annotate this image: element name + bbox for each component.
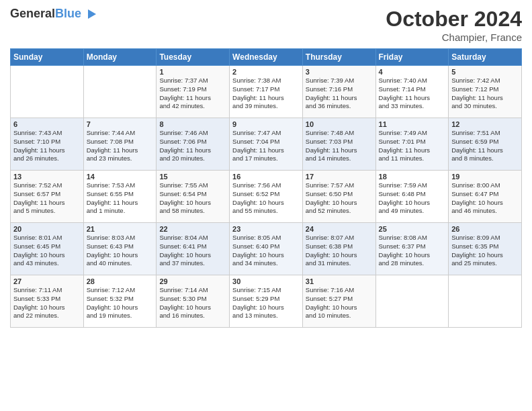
logo-icon (83, 7, 97, 21)
day-info: Sunrise: 8:09 AMSunset: 6:35 PMDaylight:… (451, 234, 519, 268)
calendar-table: SundayMondayTuesdayWednesdayThursdayFrid… (10, 48, 522, 328)
day-info: Sunrise: 7:47 AMSunset: 7:04 PMDaylight:… (232, 129, 300, 163)
day-number: 6 (13, 120, 81, 128)
day-info: Sunrise: 7:14 AMSunset: 5:30 PMDaylight:… (159, 286, 226, 320)
day-info: Sunrise: 7:59 AMSunset: 6:48 PMDaylight:… (379, 181, 446, 216)
day-info: Sunrise: 7:46 AMSunset: 7:06 PMDaylight:… (159, 129, 226, 163)
calendar-week: 6Sunrise: 7:43 AMSunset: 7:10 PMDaylight… (11, 118, 522, 171)
day-info: Sunrise: 8:08 AMSunset: 6:37 PMDaylight:… (379, 234, 446, 268)
day-number: 18 (379, 173, 446, 181)
calendar-cell: 14Sunrise: 7:53 AMSunset: 6:55 PMDayligh… (83, 171, 157, 223)
calendar-cell: 3Sunrise: 7:39 AMSunset: 7:16 PMDaylight… (302, 66, 375, 118)
calendar-week: 27Sunrise: 7:11 AMSunset: 5:33 PMDayligh… (11, 275, 522, 328)
day-header: Tuesday (157, 49, 230, 66)
calendar-week: 20Sunrise: 8:01 AMSunset: 6:45 PMDayligh… (11, 223, 522, 275)
calendar-cell: 4Sunrise: 7:40 AMSunset: 7:14 PMDaylight… (375, 66, 449, 118)
calendar-week: 1Sunrise: 7:37 AMSunset: 7:19 PMDaylight… (11, 66, 522, 118)
calendar-cell: 19Sunrise: 8:00 AMSunset: 6:47 PMDayligh… (449, 171, 522, 223)
calendar-header: GeneralBlue October 2024 Champier, Franc… (10, 7, 522, 43)
day-info: Sunrise: 7:44 AMSunset: 7:08 PMDaylight:… (87, 129, 154, 163)
day-header: Saturday (449, 49, 522, 66)
day-number: 7 (87, 120, 154, 128)
day-header: Friday (375, 49, 449, 66)
day-info: Sunrise: 7:40 AMSunset: 7:14 PMDaylight:… (379, 77, 446, 111)
day-number: 31 (306, 277, 373, 285)
calendar-cell (449, 275, 522, 328)
day-info: Sunrise: 8:05 AMSunset: 6:40 PMDaylight:… (232, 234, 300, 268)
calendar-cell: 13Sunrise: 7:52 AMSunset: 6:57 PMDayligh… (11, 171, 84, 223)
calendar-cell: 11Sunrise: 7:49 AMSunset: 7:01 PMDayligh… (375, 118, 449, 171)
calendar-cell: 10Sunrise: 7:48 AMSunset: 7:03 PMDayligh… (302, 118, 375, 171)
day-number: 16 (232, 173, 300, 181)
day-info: Sunrise: 7:12 AMSunset: 5:32 PMDaylight:… (87, 286, 154, 320)
day-number: 19 (451, 173, 519, 181)
logo-text: GeneralBlue (10, 7, 81, 21)
calendar-week: 13Sunrise: 7:52 AMSunset: 6:57 PMDayligh… (11, 171, 522, 223)
calendar-cell: 5Sunrise: 7:42 AMSunset: 7:12 PMDaylight… (449, 66, 522, 118)
day-info: Sunrise: 7:52 AMSunset: 6:57 PMDaylight:… (13, 181, 81, 216)
month-title: October 2024 (386, 7, 522, 32)
day-number: 3 (306, 68, 373, 76)
calendar-cell: 26Sunrise: 8:09 AMSunset: 6:35 PMDayligh… (449, 223, 522, 275)
calendar-cell: 9Sunrise: 7:47 AMSunset: 7:04 PMDaylight… (230, 118, 303, 171)
day-number: 17 (306, 173, 373, 181)
day-number: 14 (87, 173, 154, 181)
day-info: Sunrise: 8:07 AMSunset: 6:38 PMDaylight:… (306, 234, 373, 268)
day-number: 10 (306, 120, 373, 128)
day-number: 2 (232, 68, 300, 76)
day-number: 23 (232, 225, 300, 233)
day-info: Sunrise: 7:15 AMSunset: 5:29 PMDaylight:… (232, 286, 300, 320)
day-info: Sunrise: 7:51 AMSunset: 6:59 PMDaylight:… (451, 129, 519, 163)
calendar-cell: 1Sunrise: 7:37 AMSunset: 7:19 PMDaylight… (157, 66, 230, 118)
calendar-cell (11, 66, 84, 118)
calendar-cell: 18Sunrise: 7:59 AMSunset: 6:48 PMDayligh… (375, 171, 449, 223)
day-info: Sunrise: 8:01 AMSunset: 6:45 PMDaylight:… (13, 234, 81, 268)
day-number: 22 (159, 225, 226, 233)
day-info: Sunrise: 7:55 AMSunset: 6:54 PMDaylight:… (159, 181, 226, 216)
day-info: Sunrise: 7:56 AMSunset: 6:52 PMDaylight:… (232, 181, 300, 216)
calendar-cell: 23Sunrise: 8:05 AMSunset: 6:40 PMDayligh… (230, 223, 303, 275)
day-info: Sunrise: 7:38 AMSunset: 7:17 PMDaylight:… (232, 77, 300, 111)
title-block: October 2024 Champier, France (386, 7, 522, 43)
calendar-cell (83, 66, 157, 118)
calendar-cell: 21Sunrise: 8:03 AMSunset: 6:43 PMDayligh… (83, 223, 157, 275)
day-number: 15 (159, 173, 226, 181)
day-info: Sunrise: 7:48 AMSunset: 7:03 PMDaylight:… (306, 129, 373, 163)
calendar-cell: 2Sunrise: 7:38 AMSunset: 7:17 PMDaylight… (230, 66, 303, 118)
calendar-cell: 31Sunrise: 7:16 AMSunset: 5:27 PMDayligh… (302, 275, 375, 328)
calendar-cell: 7Sunrise: 7:44 AMSunset: 7:08 PMDaylight… (83, 118, 157, 171)
day-header: Monday (83, 49, 157, 66)
day-number: 8 (159, 120, 226, 128)
calendar-cell: 6Sunrise: 7:43 AMSunset: 7:10 PMDaylight… (11, 118, 84, 171)
calendar-cell: 20Sunrise: 8:01 AMSunset: 6:45 PMDayligh… (11, 223, 84, 275)
day-header: Thursday (302, 49, 375, 66)
location: Champier, France (386, 32, 522, 43)
day-number: 9 (232, 120, 300, 128)
day-header: Sunday (11, 49, 84, 66)
calendar-cell: 28Sunrise: 7:12 AMSunset: 5:32 PMDayligh… (83, 275, 157, 328)
day-info: Sunrise: 7:43 AMSunset: 7:10 PMDaylight:… (13, 129, 81, 163)
day-number: 30 (232, 277, 300, 285)
day-number: 1 (159, 68, 226, 76)
day-info: Sunrise: 7:57 AMSunset: 6:50 PMDaylight:… (306, 181, 373, 216)
day-info: Sunrise: 7:16 AMSunset: 5:27 PMDaylight:… (306, 286, 373, 320)
day-info: Sunrise: 7:39 AMSunset: 7:16 PMDaylight:… (306, 77, 373, 111)
calendar-cell: 30Sunrise: 7:15 AMSunset: 5:29 PMDayligh… (230, 275, 303, 328)
day-header: Wednesday (230, 49, 303, 66)
calendar-cell: 16Sunrise: 7:56 AMSunset: 6:52 PMDayligh… (230, 171, 303, 223)
day-number: 26 (451, 225, 519, 233)
day-number: 28 (87, 277, 154, 285)
day-number: 25 (379, 225, 446, 233)
calendar-cell: 15Sunrise: 7:55 AMSunset: 6:54 PMDayligh… (157, 171, 230, 223)
day-info: Sunrise: 7:37 AMSunset: 7:19 PMDaylight:… (159, 77, 226, 111)
calendar-cell: 22Sunrise: 8:04 AMSunset: 6:41 PMDayligh… (157, 223, 230, 275)
day-info: Sunrise: 8:00 AMSunset: 6:47 PMDaylight:… (451, 181, 519, 216)
day-info: Sunrise: 7:49 AMSunset: 7:01 PMDaylight:… (379, 129, 446, 163)
day-number: 11 (379, 120, 446, 128)
calendar-cell: 25Sunrise: 8:08 AMSunset: 6:37 PMDayligh… (375, 223, 449, 275)
svg-marker-0 (88, 9, 96, 19)
day-number: 12 (451, 120, 519, 128)
day-number: 5 (451, 68, 519, 76)
calendar-cell: 29Sunrise: 7:14 AMSunset: 5:30 PMDayligh… (157, 275, 230, 328)
calendar-cell: 8Sunrise: 7:46 AMSunset: 7:06 PMDaylight… (157, 118, 230, 171)
